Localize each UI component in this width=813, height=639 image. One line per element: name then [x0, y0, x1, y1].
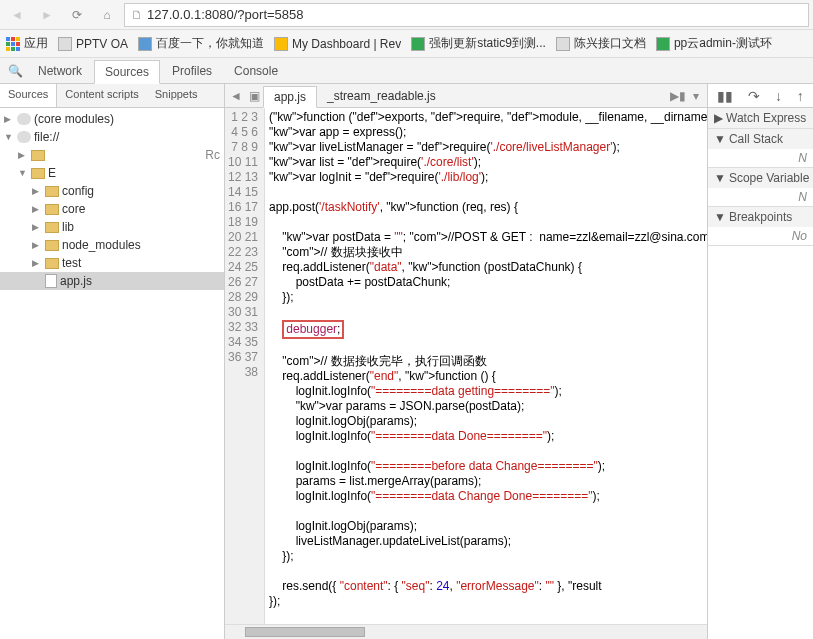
folder-icon	[31, 150, 45, 161]
callstack-header[interactable]: ▼Call Stack	[708, 129, 813, 149]
apps-icon	[6, 37, 20, 51]
breakpoints-body: No	[708, 227, 813, 245]
folder-icon	[45, 204, 59, 215]
left-tabs: Sources Content scripts Snippets	[0, 84, 224, 108]
file-icon	[45, 274, 57, 288]
apps-button[interactable]: 应用	[6, 35, 48, 52]
horizontal-scrollbar[interactable]	[225, 624, 707, 639]
favicon	[274, 37, 288, 51]
bookmarks-bar: 应用 PPTV OA 百度一下，你就知道 My Dashboard | Rev …	[0, 30, 813, 58]
nav-back-icon[interactable]: ◄	[227, 89, 245, 103]
cloud-icon	[17, 113, 31, 125]
favicon	[656, 37, 670, 51]
tab-sources[interactable]: Sources	[94, 60, 160, 84]
left-tab-content-scripts[interactable]: Content scripts	[57, 84, 146, 107]
url-text: 127.0.0.1:8080/?port=5858	[147, 7, 802, 22]
folder-icon	[45, 258, 59, 269]
file-tabs: ◄ ▣ app.js _stream_readable.js ▶▮ ▾	[225, 84, 707, 108]
tree-folder-node-modules[interactable]: ▶node_modules	[0, 236, 224, 254]
apps-label: 应用	[24, 35, 48, 52]
file-tab-appjs[interactable]: app.js	[263, 86, 317, 108]
pause-icon[interactable]: ▮▮	[717, 88, 733, 104]
favicon	[138, 37, 152, 51]
bookmark-dashboard[interactable]: My Dashboard | Rev	[274, 37, 401, 51]
tree-folder-lib[interactable]: ▶lib	[0, 218, 224, 236]
code-content[interactable]: ("kw">function ("def">exports, "def">req…	[265, 108, 707, 624]
breakpoints-section: ▼Breakpoints No	[708, 207, 813, 246]
scope-section: ▼Scope Variable N	[708, 168, 813, 207]
tab-profiles[interactable]: Profiles	[162, 60, 222, 82]
folder-icon	[31, 168, 45, 179]
callstack-section: ▼Call Stack N	[708, 129, 813, 168]
tree-file-root[interactable]: ▼file://	[0, 128, 224, 146]
home-button[interactable]: ⌂	[94, 3, 120, 27]
forward-button[interactable]: ►	[34, 3, 60, 27]
page-icon: 🗋	[131, 8, 143, 22]
left-panel: Sources Content scripts Snippets ▶(core …	[0, 84, 225, 639]
tree-file-appjs[interactable]: app.js	[0, 272, 224, 290]
step-into-icon[interactable]: ↓	[775, 88, 782, 104]
watch-section: ▶Watch Express	[708, 108, 813, 129]
reload-button[interactable]: ⟳	[64, 3, 90, 27]
debug-toolbar: ▮▮ ↷ ↓ ↑	[708, 84, 813, 108]
nav-fwd-icon[interactable]: ▣	[245, 89, 263, 103]
watch-header[interactable]: ▶Watch Express	[708, 108, 813, 128]
favicon	[58, 37, 72, 51]
file-tab-stream-readable[interactable]: _stream_readable.js	[317, 86, 446, 106]
tab-console[interactable]: Console	[224, 60, 288, 82]
favicon	[556, 37, 570, 51]
left-tab-sources[interactable]: Sources	[0, 84, 57, 107]
folder-icon	[45, 186, 59, 197]
more-icon[interactable]: ▾	[687, 89, 705, 103]
bookmark-pptv[interactable]: PPTV OA	[58, 37, 128, 51]
tree-core-modules[interactable]: ▶(core modules)	[0, 110, 224, 128]
scrollbar-thumb[interactable]	[245, 627, 365, 637]
search-icon[interactable]: 🔍	[4, 61, 26, 81]
tab-network[interactable]: Network	[28, 60, 92, 82]
bookmark-ppcloud[interactable]: pp云admin-测试环	[656, 35, 772, 52]
scope-body: N	[708, 188, 813, 206]
back-button[interactable]: ◄	[4, 3, 30, 27]
tree-folder-core[interactable]: ▶core	[0, 200, 224, 218]
left-tab-snippets[interactable]: Snippets	[147, 84, 206, 107]
scope-header[interactable]: ▼Scope Variable	[708, 168, 813, 188]
breakpoints-header[interactable]: ▼Breakpoints	[708, 207, 813, 227]
folder-icon	[45, 222, 59, 233]
center-panel: ◄ ▣ app.js _stream_readable.js ▶▮ ▾ 1 2 …	[225, 84, 707, 639]
browser-nav-bar: ◄ ► ⟳ ⌂ 🗋 127.0.0.1:8080/?port=5858	[0, 0, 813, 30]
callstack-body: N	[708, 149, 813, 167]
favicon	[411, 37, 425, 51]
file-tree: ▶(core modules) ▼file:// ▶Rc ▼E ▶config …	[0, 108, 224, 639]
run-icon[interactable]: ▶▮	[669, 89, 687, 103]
bookmark-baidu[interactable]: 百度一下，你就知道	[138, 35, 264, 52]
bookmark-static9[interactable]: 强制更新static9到测...	[411, 35, 546, 52]
url-bar[interactable]: 🗋 127.0.0.1:8080/?port=5858	[124, 3, 809, 27]
bookmark-chenxing[interactable]: 陈兴接口文档	[556, 35, 646, 52]
devtools-toolbar: 🔍 Network Sources Profiles Console	[0, 58, 813, 84]
step-over-icon[interactable]: ↷	[748, 88, 760, 104]
tree-folder-config[interactable]: ▶config	[0, 182, 224, 200]
line-gutter: 1 2 3 4 5 6 7 8 9 10 11 12 13 14 15 16 1…	[225, 108, 265, 624]
tree-folder-test[interactable]: ▶test	[0, 254, 224, 272]
cloud-icon	[17, 131, 31, 143]
code-editor[interactable]: 1 2 3 4 5 6 7 8 9 10 11 12 13 14 15 16 1…	[225, 108, 707, 624]
tree-folder-e[interactable]: ▼E	[0, 164, 224, 182]
folder-icon	[45, 240, 59, 251]
main-area: Sources Content scripts Snippets ▶(core …	[0, 84, 813, 639]
tree-folder-blank[interactable]: ▶Rc	[0, 146, 224, 164]
step-out-icon[interactable]: ↑	[797, 88, 804, 104]
right-panel: ▮▮ ↷ ↓ ↑ ▶Watch Express ▼Call Stack N ▼S…	[707, 84, 813, 639]
